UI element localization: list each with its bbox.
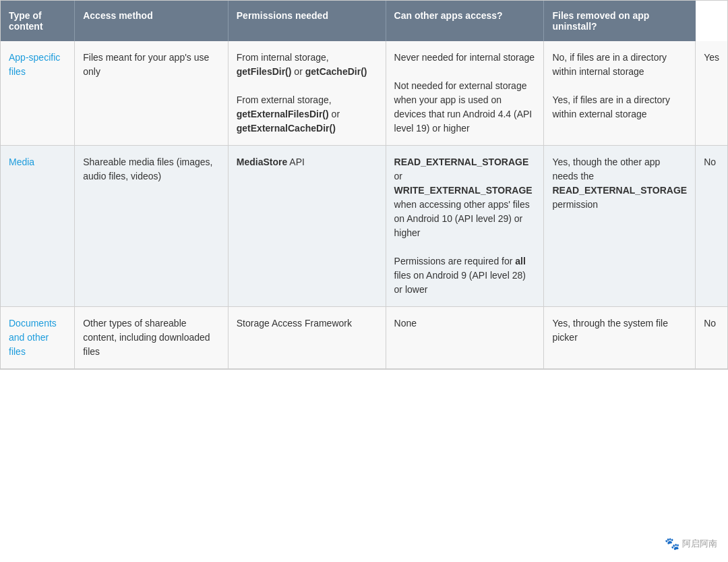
type-label-documents[interactable]: Documents and other files	[9, 318, 57, 357]
header-access-method: Access method	[75, 1, 229, 41]
watermark-icon: 🐾	[665, 536, 679, 551]
watermark: 🐾 阿启阿南	[665, 536, 717, 551]
type-label-media[interactable]: Media	[9, 157, 34, 167]
cell-access-documents: Storage Access Framework	[228, 307, 386, 369]
cell-files-removed-documents: No	[696, 307, 727, 369]
table-row: Documents and other filesOther types of …	[1, 307, 727, 369]
watermark-text: 阿启阿南	[682, 538, 717, 550]
cell-other-apps-media: Yes, though the other app needs the READ…	[544, 146, 696, 307]
cell-permissions-app-specific: Never needed for internal storageNot nee…	[386, 41, 544, 146]
table-row: MediaShareable media files (images, audi…	[1, 146, 727, 307]
main-table-container: Type of content Access method Permission…	[0, 0, 728, 370]
cell-access-app-specific: From internal storage, getFilesDir() or …	[228, 41, 386, 146]
cell-permissions-documents: None	[386, 307, 544, 369]
storage-access-table: Type of content Access method Permission…	[1, 1, 727, 369]
header-files-removed: Files removed on app uninstall?	[544, 1, 696, 41]
cell-files-removed-app-specific: Yes	[696, 41, 727, 146]
cell-type-app-specific: App-specific files	[1, 41, 75, 146]
cell-type-documents: Documents and other files	[1, 307, 75, 369]
cell-permissions-media: READ_EXTERNAL_STORAGE or WRITE_EXTERNAL_…	[386, 146, 544, 307]
cell-type-content-documents: Other types of shareable content, includ…	[75, 307, 229, 369]
table-row: App-specific filesFiles meant for your a…	[1, 41, 727, 146]
table-header-row: Type of content Access method Permission…	[1, 1, 727, 41]
cell-files-removed-media: No	[696, 146, 727, 307]
header-permissions-needed: Permissions needed	[228, 1, 386, 41]
cell-type-content-app-specific: Files meant for your app's use only	[75, 41, 229, 146]
header-can-other-apps: Can other apps access?	[386, 1, 544, 41]
cell-type-content-media: Shareable media files (images, audio fil…	[75, 146, 229, 307]
cell-access-media: MediaStore API	[228, 146, 386, 307]
header-type-of-content: Type of content	[1, 1, 75, 41]
cell-other-apps-app-specific: No, if files are in a directory within i…	[544, 41, 696, 146]
cell-type-media: Media	[1, 146, 75, 307]
type-label-app-specific[interactable]: App-specific files	[9, 52, 60, 77]
cell-other-apps-documents: Yes, through the system file picker	[544, 307, 696, 369]
